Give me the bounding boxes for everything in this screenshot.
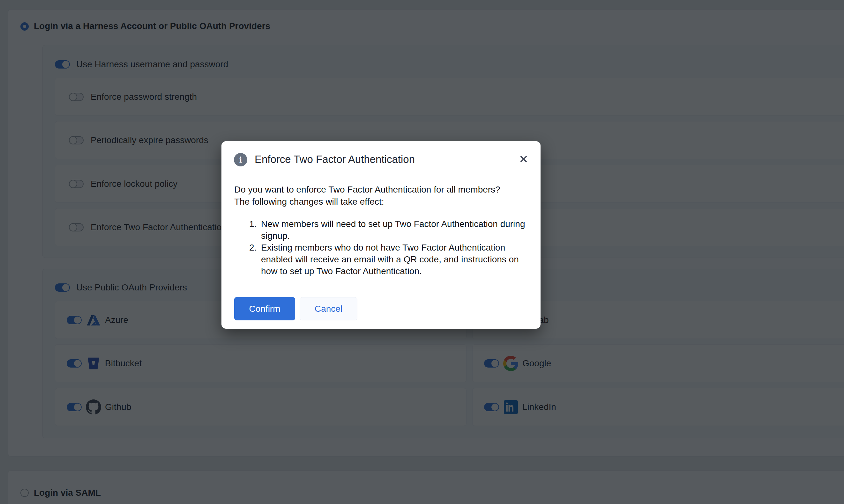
list-item: New members will need to set up Two Fact…: [261, 218, 527, 241]
info-icon: i: [234, 153, 247, 166]
dialog-title: Enforce Two Factor Authentication: [255, 152, 415, 166]
confirm-button[interactable]: Confirm: [234, 297, 295, 320]
close-icon[interactable]: [517, 152, 531, 166]
list-item: Existing members who do not have Two Fac…: [261, 241, 527, 277]
cancel-button[interactable]: Cancel: [299, 297, 357, 320]
enforce-2fa-dialog: i Enforce Two Factor Authentication Do y…: [221, 141, 540, 329]
dialog-body-text: Do you want to enforce Two Factor Authen…: [234, 184, 505, 208]
dialog-change-list: New members will need to set up Two Fact…: [261, 218, 527, 277]
close-x-glyph: [519, 155, 528, 164]
auth-settings-screen: Login via a Harness Account or Public OA…: [0, 0, 844, 504]
